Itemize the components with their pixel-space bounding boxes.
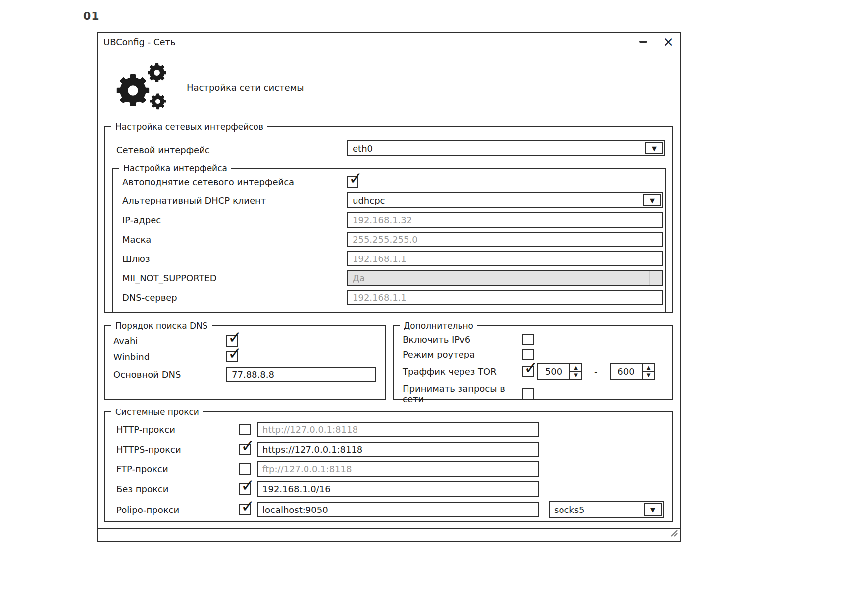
winbind-checkbox[interactable]: ✓ <box>226 351 238 362</box>
ipv6-checkbox[interactable]: ✓ <box>522 334 534 345</box>
check-icon: ✓ <box>228 329 242 346</box>
mii-not-supported-field: Да <box>347 270 663 286</box>
interface-select[interactable]: eth0 ▼ <box>347 140 665 156</box>
minimize-icon[interactable] <box>639 41 647 43</box>
router-mode-label: Режим роутера <box>403 349 522 359</box>
additional-form: Включить IPv6 ✓ Режим роутера ✓ Траффик … <box>394 331 672 404</box>
group-system-proxies-title: Системные прокси <box>111 407 203 417</box>
polipo-proxy-input[interactable] <box>257 502 539 517</box>
resize-grip-icon[interactable] <box>671 529 678 539</box>
chevron-down-icon[interactable]: ▼ <box>643 194 661 206</box>
polipo-type-select-value: socks5 <box>554 505 585 515</box>
group-network-interfaces: Настройка сетевых интерфейсов Сетевой ин… <box>104 122 673 313</box>
dhcp-client-label: Альтернативный DHCP клиент <box>122 195 347 205</box>
dns-order-form: Avahi ✓ Winbind ✓ Основной DNS <box>105 331 385 382</box>
window-title: UBConfig - Сеть <box>103 37 176 47</box>
spacer <box>539 429 672 430</box>
interface-label: Сетевой интерфейс <box>116 145 210 155</box>
https-proxy-input[interactable] <box>257 442 539 457</box>
https-proxy-label: HTTPS-прокси <box>116 444 239 455</box>
spacer <box>539 449 672 450</box>
spin-up-icon[interactable]: ▲ <box>643 364 654 371</box>
port-range-separator: - <box>594 366 598 377</box>
ubconfig-window: UBConfig - Сеть × <box>97 32 681 542</box>
group-interface-settings-title: Настройка интерфейса <box>119 163 231 173</box>
spin-up-icon[interactable]: ▲ <box>570 364 581 371</box>
ip-address-label: IP-адрес <box>122 215 347 225</box>
dropdown-arrow-glyph: ▼ <box>650 507 655 513</box>
http-proxy-checkbox[interactable]: ✓ <box>239 424 251 435</box>
ftp-proxy-label: FTP-прокси <box>116 464 239 474</box>
ftp-proxy-input[interactable] <box>257 461 539 477</box>
window-titlebar[interactable]: UBConfig - Сеть × <box>98 33 680 51</box>
https-proxy-checkbox[interactable]: ✓ <box>239 444 251 455</box>
ipv6-label: Включить IPv6 <box>403 334 522 345</box>
interface-settings-form: Автоподнятие сетевого интерфейса ✓ Альте… <box>113 173 665 305</box>
no-proxy-label: Без прокси <box>116 484 239 494</box>
group-additional-title: Дополнительно <box>400 321 477 331</box>
tor-port-to-spinbox[interactable]: 600 ▲ ▼ <box>610 363 655 380</box>
accept-requests-checkbox[interactable]: ✓ <box>522 388 534 400</box>
avahi-checkbox[interactable]: ✓ <box>226 335 238 347</box>
ip-address-input[interactable] <box>347 212 663 228</box>
proxies-form: HTTP-прокси ✓ HTTPS-прокси ✓ FTP-прокси … <box>105 417 672 518</box>
spin-down-icon[interactable]: ▼ <box>643 371 654 379</box>
tor-controls: ✓ 500 ▲ ▼ - 600 ▲ ▼ <box>522 363 672 380</box>
check-icon: ✓ <box>228 345 242 361</box>
auto-up-label: Автоподнятие сетевого интерфейса <box>122 177 347 187</box>
dns-server-label: DNS-сервер <box>122 292 347 303</box>
check-icon: ✓ <box>241 437 255 454</box>
primary-dns-label: Основной DNS <box>113 369 226 380</box>
dhcp-client-select[interactable]: udhcpc ▼ <box>347 192 663 208</box>
window-controls: × <box>639 35 674 48</box>
chevron-down-icon[interactable]: ▼ <box>645 142 663 154</box>
check-icon: ✓ <box>241 498 255 514</box>
winbind-label: Winbind <box>113 352 226 362</box>
chevron-down-icon[interactable]: ▼ <box>644 503 662 516</box>
group-system-proxies: Системные прокси HTTP-прокси ✓ HTTPS-про… <box>104 407 673 522</box>
dns-server-input[interactable] <box>347 290 663 305</box>
interface-select-value: eth0 <box>353 143 373 154</box>
accept-requests-label: Принимать запросы в сети <box>403 383 522 404</box>
avahi-label: Avahi <box>113 336 226 346</box>
check-icon: ✓ <box>524 359 538 376</box>
mii-not-supported-value: Да <box>353 273 365 283</box>
tor-traffic-checkbox[interactable]: ✓ <box>522 366 534 377</box>
router-mode-checkbox[interactable]: ✓ <box>522 349 534 360</box>
group-dns-order: Порядок поиска DNS Avahi ✓ Winbind ✓ Осн… <box>104 321 386 400</box>
spin-buttons: ▲ ▼ <box>569 364 581 379</box>
netmask-label: Маска <box>122 234 347 245</box>
group-interface-settings: Настройка интерфейса Автоподнятие сетево… <box>112 163 666 313</box>
check-icon: ✓ <box>241 477 255 494</box>
polipo-proxy-label: Polipo-прокси <box>116 505 239 515</box>
dhcp-client-select-value: udhcpc <box>353 195 385 205</box>
gears-icon <box>115 59 171 115</box>
spin-down-icon[interactable]: ▼ <box>570 371 581 379</box>
ftp-proxy-checkbox[interactable]: ✓ <box>239 463 251 475</box>
close-icon[interactable]: × <box>663 35 674 48</box>
dialog-subtitle: Настройка сети системы <box>187 82 304 93</box>
primary-dns-input[interactable] <box>226 367 376 382</box>
spin-buttons: ▲ ▼ <box>642 364 654 379</box>
dropdown-arrow-glyph: ▼ <box>650 197 655 204</box>
polipo-type-select[interactable]: socks5 ▼ <box>549 501 664 518</box>
spacer <box>539 489 672 489</box>
status-bar <box>98 528 680 541</box>
no-proxy-checkbox[interactable]: ✓ <box>239 483 251 495</box>
group-dns-order-title: Порядок поиска DNS <box>111 321 212 331</box>
check-icon: ✓ <box>349 170 363 187</box>
page-number: 01 <box>83 10 100 22</box>
group-additional: Дополнительно Включить IPv6 ✓ Режим роут… <box>393 321 673 400</box>
no-proxy-input[interactable] <box>257 481 539 497</box>
http-proxy-input[interactable] <box>257 422 539 437</box>
http-proxy-label: HTTP-прокси <box>116 424 239 435</box>
gateway-label: Шлюз <box>122 254 347 264</box>
mii-not-supported-label: MII_NOT_SUPPORTED <box>122 273 347 283</box>
polipo-proxy-checkbox[interactable]: ✓ <box>239 504 251 515</box>
dropdown-arrow-glyph: ▼ <box>652 145 657 152</box>
netmask-input[interactable] <box>347 232 663 247</box>
tor-port-from-spinbox[interactable]: 500 ▲ ▼ <box>537 363 582 380</box>
gateway-input[interactable] <box>347 251 663 266</box>
tor-traffic-label: Траффик через TOR <box>403 366 522 377</box>
auto-up-checkbox[interactable]: ✓ <box>347 176 358 188</box>
